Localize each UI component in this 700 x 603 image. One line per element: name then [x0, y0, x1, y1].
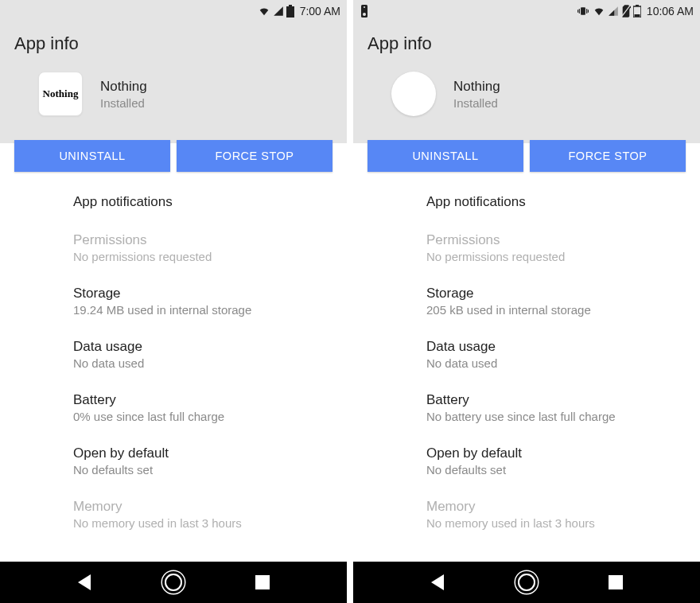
- svg-rect-14: [634, 14, 640, 17]
- page-title: App info: [368, 33, 686, 54]
- setting-battery[interactable]: Battery 0% use since last full charge: [0, 381, 347, 434]
- setting-subtitle: 0% use since last full charge: [73, 410, 332, 423]
- setting-title: Battery: [426, 392, 686, 408]
- setting-app-notifications[interactable]: App notifications: [0, 183, 347, 221]
- app-name: Nothing: [453, 79, 500, 95]
- cell-signal-icon: [608, 6, 619, 17]
- setting-memory: Memory No memory used in last 3 hours: [0, 488, 347, 541]
- setting-subtitle: No battery use since last full charge: [426, 410, 686, 423]
- setting-open-by-default[interactable]: Open by default No defaults set: [353, 434, 700, 488]
- nav-bar: [353, 562, 700, 603]
- uninstall-button[interactable]: UNINSTALL: [368, 140, 523, 172]
- setting-title: App notifications: [426, 194, 686, 210]
- setting-subtitle: No permissions requested: [73, 250, 332, 263]
- app-meta: Nothing Installed: [100, 79, 147, 110]
- status-time: 10:06 AM: [647, 5, 694, 18]
- settings-list: App notifications Permissions No permiss…: [0, 178, 347, 562]
- nav-bar: [0, 562, 347, 603]
- svg-rect-13: [636, 5, 639, 6]
- setting-title: Permissions: [73, 232, 332, 248]
- setting-subtitle: 19.24 MB used in internal storage: [73, 303, 332, 317]
- app-name: Nothing: [100, 79, 147, 95]
- wifi-icon: [258, 6, 270, 17]
- force-stop-button[interactable]: FORCE STOP: [177, 140, 332, 172]
- app-summary-row: Nothing Installed: [368, 54, 686, 137]
- back-button[interactable]: [418, 562, 457, 602]
- speaker-icon: [360, 5, 369, 18]
- app-info-header: App info Nothing Nothing Installed: [0, 22, 347, 143]
- setting-title: App notifications: [73, 194, 332, 210]
- setting-title: Data usage: [73, 339, 332, 355]
- app-meta: Nothing Installed: [453, 79, 500, 110]
- app-icon: [391, 72, 436, 116]
- no-sim-icon: [621, 5, 631, 18]
- phone-screen-right: 10:06 AM App info Nothing Installed UNIN…: [353, 0, 700, 603]
- app-summary-row: Nothing Nothing Installed: [14, 54, 332, 137]
- svg-rect-9: [588, 10, 589, 13]
- battery-full-icon: [286, 5, 294, 18]
- setting-title: Battery: [73, 392, 332, 408]
- action-button-row: UNINSTALL FORCE STOP: [353, 140, 700, 172]
- status-bar: 7:00 AM: [0, 0, 347, 22]
- setting-subtitle: No data used: [73, 356, 332, 370]
- uninstall-button[interactable]: UNINSTALL: [14, 140, 170, 172]
- setting-title: Permissions: [426, 232, 686, 248]
- page-title: App info: [14, 33, 332, 54]
- setting-subtitle: No data used: [426, 356, 686, 370]
- recent-apps-button[interactable]: [596, 562, 636, 602]
- svg-rect-5: [581, 7, 585, 14]
- setting-title: Storage: [426, 286, 686, 302]
- svg-rect-7: [586, 9, 587, 14]
- setting-subtitle: 205 kB used in internal storage: [426, 303, 686, 317]
- vibrate-icon: [576, 6, 590, 17]
- setting-subtitle: No memory used in last 3 hours: [73, 516, 332, 530]
- home-button[interactable]: [154, 562, 193, 602]
- setting-subtitle: No permissions requested: [426, 250, 686, 263]
- setting-subtitle: No defaults set: [73, 463, 332, 477]
- setting-title: Storage: [73, 286, 332, 302]
- setting-title: Data usage: [426, 339, 686, 355]
- svg-rect-8: [578, 10, 578, 13]
- setting-open-by-default[interactable]: Open by default No defaults set: [0, 434, 347, 488]
- battery-low-icon: [633, 5, 641, 18]
- back-button[interactable]: [64, 562, 104, 602]
- setting-title: Open by default: [426, 445, 686, 461]
- settings-list: App notifications Permissions No permiss…: [353, 178, 700, 562]
- setting-title: Memory: [426, 499, 686, 515]
- setting-title: Open by default: [73, 445, 332, 461]
- home-button[interactable]: [507, 562, 546, 602]
- setting-subtitle: No memory used in last 3 hours: [426, 516, 686, 530]
- setting-battery[interactable]: Battery No battery use since last full c…: [353, 381, 700, 434]
- status-bar: 10:06 AM: [353, 0, 700, 22]
- app-install-status: Installed: [453, 96, 500, 110]
- setting-title: Memory: [73, 499, 332, 515]
- setting-app-notifications[interactable]: App notifications: [353, 183, 700, 221]
- back-triangle-icon: [78, 574, 91, 590]
- app-icon: Nothing: [38, 72, 83, 116]
- setting-storage[interactable]: Storage 205 kB used in internal storage: [353, 274, 700, 328]
- recent-square-icon: [609, 575, 623, 589]
- svg-rect-6: [579, 9, 580, 14]
- setting-memory: Memory No memory used in last 3 hours: [353, 488, 700, 541]
- setting-permissions: Permissions No permissions requested: [0, 221, 347, 274]
- wifi-icon: [593, 6, 605, 17]
- app-info-header: App info Nothing Installed: [353, 22, 700, 143]
- svg-point-3: [363, 13, 366, 16]
- back-triangle-icon: [431, 574, 444, 590]
- action-button-row: UNINSTALL FORCE STOP: [0, 140, 347, 172]
- svg-rect-0: [286, 6, 294, 18]
- recent-square-icon: [255, 575, 270, 589]
- setting-storage[interactable]: Storage 19.24 MB used in internal storag…: [0, 274, 347, 328]
- force-stop-button[interactable]: FORCE STOP: [530, 140, 686, 172]
- setting-data-usage[interactable]: Data usage No data used: [0, 328, 347, 381]
- setting-data-usage[interactable]: Data usage No data used: [353, 328, 700, 381]
- recent-apps-button[interactable]: [243, 562, 282, 602]
- status-time: 7:00 AM: [300, 5, 340, 18]
- svg-rect-1: [289, 5, 292, 6]
- setting-permissions: Permissions No permissions requested: [353, 221, 700, 274]
- home-circle-icon: [165, 574, 182, 591]
- svg-point-4: [364, 6, 365, 8]
- setting-subtitle: No defaults set: [426, 463, 686, 477]
- home-circle-icon: [518, 574, 535, 591]
- phone-screen-left: 7:00 AM App info Nothing Nothing Install…: [0, 0, 347, 603]
